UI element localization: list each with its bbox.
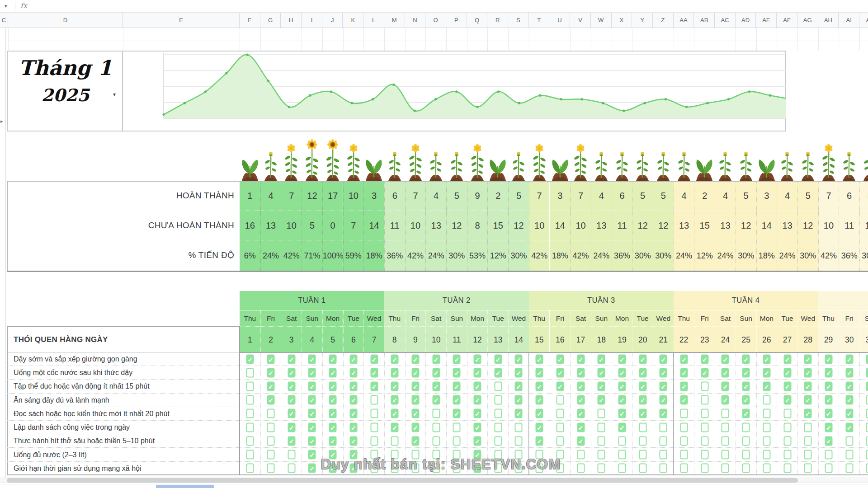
column-header[interactable]: V	[570, 13, 591, 28]
checkbox-unchecked[interactable]	[494, 395, 502, 405]
horizontal-scrollbar[interactable]	[0, 477, 868, 483]
checkbox-checked[interactable]: ✓	[432, 395, 440, 405]
column-header[interactable]: AI	[839, 13, 859, 28]
summary-cell[interactable]: 10	[281, 211, 302, 240]
checkbox-unchecked[interactable]	[680, 422, 688, 432]
checkbox-unchecked[interactable]	[515, 436, 523, 446]
checkbox-checked[interactable]: ✓	[845, 422, 853, 432]
checkbox-checked[interactable]: ✓	[577, 368, 585, 377]
week-header[interactable]: TUẦN 2	[384, 291, 529, 310]
summary-cell[interactable]: 5	[632, 181, 653, 211]
checkbox-unchecked[interactable]	[783, 463, 791, 473]
checkbox-unchecked[interactable]	[515, 422, 523, 432]
summary-cell[interactable]: 36%	[612, 240, 632, 271]
column-header[interactable]: Y	[632, 13, 653, 28]
column-header[interactable]: N	[405, 13, 426, 28]
checkbox-unchecked[interactable]	[453, 436, 461, 446]
checkbox-checked[interactable]: ✓	[288, 368, 295, 377]
checkbox-unchecked[interactable]	[370, 395, 378, 405]
day-name-cell[interactable]: Sat	[859, 310, 868, 326]
checkbox-unchecked[interactable]	[866, 463, 868, 473]
summary-cell[interactable]: 5	[736, 181, 756, 211]
summary-cell[interactable]: 4	[715, 181, 736, 211]
column-header[interactable]: K	[343, 13, 364, 28]
checkbox-checked[interactable]: ✓	[411, 354, 419, 364]
checkbox-checked[interactable]: ✓	[825, 395, 832, 405]
checkbox-checked[interactable]: ✓	[825, 368, 832, 377]
summary-cell[interactable]: 42%	[281, 240, 302, 271]
checkbox-checked[interactable]: ✓	[288, 354, 295, 364]
day-name-cell[interactable]: Sat	[281, 310, 302, 326]
summary-cell[interactable]: 3	[756, 181, 777, 211]
summary-cell[interactable]: 14	[756, 211, 777, 240]
column-header[interactable]: G	[260, 13, 281, 28]
date-cell[interactable]: 8	[384, 326, 405, 352]
summary-cell[interactable]: 2	[694, 181, 715, 211]
checkbox-checked[interactable]: ✓	[474, 395, 481, 405]
summary-cell[interactable]: 3	[550, 181, 571, 211]
checkbox-checked[interactable]: ✓	[474, 422, 481, 432]
checkbox-unchecked[interactable]	[432, 436, 440, 446]
checkbox-checked[interactable]: ✓	[742, 354, 750, 364]
date-cell[interactable]: 29	[818, 326, 839, 352]
checkbox-unchecked[interactable]	[804, 463, 812, 473]
checkbox-checked[interactable]: ✓	[866, 381, 868, 391]
day-name-cell[interactable]: Mon	[612, 310, 632, 326]
checkbox-checked[interactable]: ✓	[391, 354, 399, 364]
day-name-cell[interactable]: Wed	[797, 310, 818, 326]
summary-cell[interactable]: 5	[508, 181, 529, 211]
sheet-tab[interactable]	[156, 485, 214, 488]
summary-cell[interactable]: 0	[322, 211, 343, 240]
checkbox-checked[interactable]: ✓	[288, 381, 295, 391]
checkbox-unchecked[interactable]	[680, 463, 688, 473]
day-name-cell[interactable]: Mon	[756, 310, 777, 326]
checkbox-checked[interactable]: ✓	[660, 381, 667, 391]
progress-area-chart[interactable]	[123, 52, 786, 131]
checkbox-checked[interactable]: ✓	[825, 381, 832, 391]
checkbox-checked[interactable]: ✓	[680, 381, 688, 391]
column-header[interactable]: AG	[797, 13, 818, 28]
checkbox-checked[interactable]: ✓	[722, 354, 729, 364]
column-header[interactable]: U	[550, 13, 571, 28]
date-cell[interactable]: 16	[550, 326, 571, 352]
checkbox-unchecked[interactable]	[267, 409, 275, 418]
summary-cell[interactable]: 7	[818, 181, 839, 211]
checkbox-checked[interactable]: ✓	[639, 409, 646, 418]
checkbox-checked[interactable]: ✓	[783, 381, 791, 391]
checkbox-checked[interactable]: ✓	[660, 409, 667, 418]
checkbox-unchecked[interactable]	[845, 450, 853, 460]
checkbox-checked[interactable]: ✓	[742, 368, 750, 377]
summary-cell[interactable]: 16	[240, 211, 260, 240]
summary-cell[interactable]: 6%	[240, 240, 260, 271]
column-header[interactable]: E	[123, 13, 240, 28]
checkbox-checked[interactable]: ✓	[267, 354, 275, 364]
checkbox-checked[interactable]: ✓	[474, 354, 481, 364]
checkbox-checked[interactable]: ✓	[825, 436, 832, 446]
checkbox-unchecked[interactable]	[246, 381, 254, 391]
summary-cell[interactable]: 7	[570, 181, 591, 211]
checkbox-checked[interactable]: ✓	[288, 436, 295, 446]
day-name-cell[interactable]: Wed	[653, 310, 674, 326]
checkbox-checked[interactable]: ✓	[598, 381, 605, 391]
habit-label[interactable]: Thực hành hít thở sâu hoặc thiền 5–10 ph…	[7, 434, 240, 448]
checkbox-checked[interactable]: ✓	[349, 422, 357, 432]
checkbox-checked[interactable]: ✓	[494, 354, 502, 364]
checkbox-checked[interactable]: ✓	[515, 381, 523, 391]
checkbox-unchecked[interactable]	[783, 409, 791, 418]
summary-cell[interactable]: 10	[818, 211, 839, 240]
date-cell[interactable]: 17	[570, 326, 591, 352]
checkbox-checked[interactable]: ✓	[783, 368, 791, 377]
summary-cell[interactable]: 30%	[859, 240, 868, 271]
summary-cell[interactable]: 15	[487, 211, 508, 240]
checkbox-checked[interactable]: ✓	[598, 368, 605, 377]
checkbox-unchecked[interactable]	[701, 395, 708, 405]
date-cell[interactable]: 20	[632, 326, 653, 352]
summary-cell[interactable]: 10	[405, 211, 426, 240]
day-name-cell[interactable]: Sun	[446, 310, 467, 326]
habit-label[interactable]: Ăn sáng đầy đủ và lành mạnh	[7, 394, 240, 407]
day-name-cell[interactable]: Fri	[694, 310, 715, 326]
checkbox-checked[interactable]: ✓	[783, 354, 791, 364]
chevron-right-icon[interactable]: ▸	[0, 118, 3, 124]
date-cell[interactable]: 27	[777, 326, 797, 352]
checkbox-checked[interactable]: ✓	[763, 354, 770, 364]
